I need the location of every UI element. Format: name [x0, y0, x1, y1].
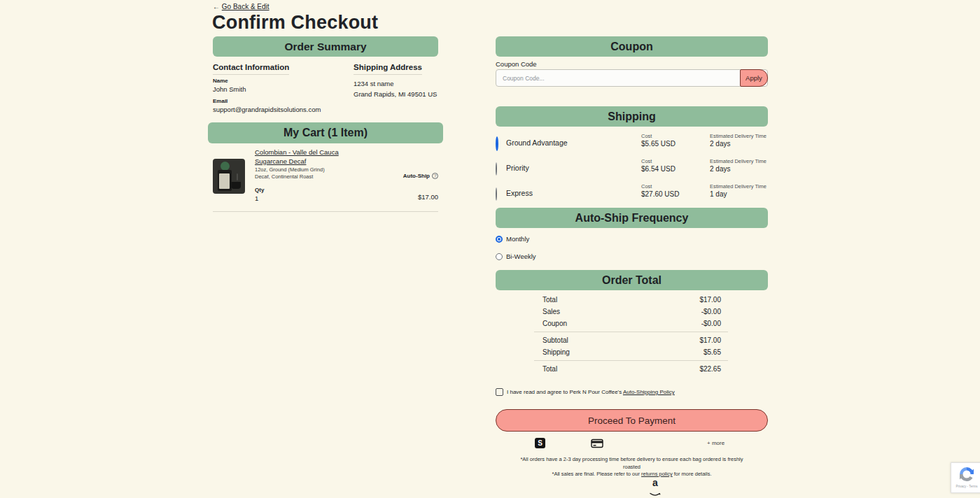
qty-value: 1 — [255, 194, 258, 202]
total-row-label: Sales — [542, 308, 560, 315]
recaptcha-badge[interactable]: Privacy - Terms — [951, 462, 980, 493]
coupon-code-label: Coupon Code — [496, 60, 537, 68]
total-row: Subtotal $17.00 — [534, 334, 728, 346]
edt-label: Estimated Delivery Time — [710, 183, 766, 190]
shipping-radio-ground-advantage[interactable] — [496, 136, 498, 151]
total-row-value: $17.00 — [699, 296, 721, 304]
cost-value: $27.60 USD — [641, 190, 679, 198]
product-title-line1: Colombian - Valle del Cauca — [255, 148, 353, 157]
coffee-steam-shape — [237, 173, 238, 180]
coffee-cup-shape — [231, 182, 241, 189]
shipping-radio-priority[interactable] — [496, 162, 497, 176]
apply-coupon-button[interactable]: Apply — [740, 69, 768, 87]
email-label: Email — [213, 98, 227, 104]
frequency-option-name: Monthly — [506, 235, 529, 243]
shipping-address-heading: Shipping Address — [354, 63, 422, 75]
autoship-frequency-header: Auto-Ship Frequency — [496, 208, 768, 228]
edt-value: 1 day — [710, 190, 727, 198]
order-total-table: Total $17.00 Sales -$0.00 Coupon -$0.00 … — [534, 294, 728, 375]
frequency-option-row: Monthly — [496, 235, 529, 243]
returns-policy-link[interactable]: returns policy — [641, 471, 673, 477]
processing-note-line2: roasted — [623, 464, 640, 470]
shipping-option-name: Ground Advantage — [506, 138, 568, 147]
coupon-header: Coupon — [496, 36, 768, 57]
checkout-page: Go Back & Edit Confirm Checkout Order Su… — [0, 0, 980, 498]
total-row-value: $17.00 — [699, 336, 721, 344]
cart-divider — [213, 211, 438, 212]
product-option-grind: 12oz, Ground (Medium Grind) — [255, 166, 325, 173]
cost-label: Cost — [641, 133, 652, 139]
amazon-icon: a — [650, 478, 661, 498]
shipping-option-row: Priority Cost $6.54 USD Estimated Delive… — [496, 157, 768, 176]
order-total-header: Order Total — [496, 270, 768, 290]
coupon-code-input[interactable] — [496, 69, 768, 87]
edt-value: 2 days — [710, 165, 730, 173]
sales-note-after: for more details. — [673, 471, 712, 477]
shipping-radio-express[interactable] — [496, 187, 497, 201]
sales-note-before: *All sales are final. Please refer to ou… — [552, 471, 641, 477]
address-line1: 1234 st name — [354, 80, 394, 87]
cost-value: $6.54 USD — [641, 165, 676, 173]
product-title-line2: Sugarcane Decaf — [255, 157, 353, 166]
total-row-label: Shipping — [542, 348, 570, 356]
more-payment-methods-label: + more — [707, 440, 724, 446]
total-row: Shipping $5.65 — [534, 346, 728, 358]
name-label: Name — [213, 78, 228, 84]
cost-label: Cost — [641, 183, 652, 190]
back-arrow-icon — [213, 3, 222, 10]
total-row: Coupon -$0.00 — [534, 318, 728, 329]
credit-card-icon — [591, 439, 603, 448]
processing-note-line1: *All orders have a 2-3 day processing ti… — [520, 456, 743, 462]
page-title: Confirm Checkout — [212, 12, 378, 34]
cost-value: $5.65 USD — [641, 140, 676, 148]
go-back-link[interactable]: Go Back & Edit — [213, 3, 270, 10]
address-line2: Grand Rapids, MI 49501 US — [354, 90, 437, 98]
item-price: $17.00 — [418, 193, 438, 201]
stripe-icon — [535, 438, 545, 448]
agreement-checkbox[interactable] — [496, 388, 503, 396]
total-row-label: Subtotal — [542, 336, 568, 344]
shipping-option-name: Priority — [506, 164, 529, 172]
autoshipping-policy-link[interactable]: Auto-Shipping Policy — [623, 389, 675, 395]
frequency-option-row: Bi-Weekly — [496, 252, 536, 260]
agreement-row: I have read and agree to Perk N Pour Cof… — [496, 388, 675, 396]
total-row: Total $22.65 — [534, 363, 728, 375]
product-title-link[interactable]: Colombian - Valle del Cauca Sugarcane De… — [255, 148, 353, 166]
total-row-label: Total — [542, 296, 557, 304]
total-row-value: $22.65 — [699, 365, 721, 373]
total-row-label: Total — [542, 365, 557, 373]
total-row: Sales -$0.00 — [534, 306, 728, 318]
go-back-label: Go Back & Edit — [222, 3, 270, 10]
qty-label: Qty — [255, 187, 264, 193]
processing-time-note: *All orders have a 2-3 day processing ti… — [496, 456, 768, 471]
email-value: support@grandrapidsitsolutions.com — [213, 106, 321, 113]
agreement-text-before: I have read and agree to Perk N Pour Cof… — [507, 389, 623, 395]
product-image — [213, 159, 245, 194]
edt-label: Estimated Delivery Time — [710, 133, 766, 139]
shipping-header: Shipping — [496, 106, 768, 127]
frequency-radio-biweekly[interactable] — [496, 253, 503, 260]
order-summary-header: Order Summary — [213, 36, 438, 57]
cost-label: Cost — [641, 158, 652, 164]
name-value: John Smith — [213, 85, 246, 93]
product-option-roast: Decaf, Continental Roast — [255, 173, 313, 180]
total-row-value: $5.65 — [704, 348, 721, 356]
autoship-label: Auto-Ship — [403, 173, 430, 179]
amazon-smile-glyph — [650, 492, 661, 497]
recaptcha-icon — [958, 465, 976, 483]
recaptcha-privacy-terms[interactable]: Privacy - Terms — [956, 485, 978, 488]
total-row-value: -$0.00 — [701, 308, 721, 315]
edt-value: 2 days — [710, 140, 730, 148]
total-row-label: Coupon — [542, 320, 567, 327]
proceed-to-payment-button[interactable]: Proceed To Payment — [496, 409, 768, 432]
sales-final-note: *All sales are final. Please refer to ou… — [496, 471, 768, 478]
shipping-option-row: Express Cost $27.60 USD Estimated Delive… — [496, 182, 768, 201]
total-row-value: -$0.00 — [701, 320, 721, 327]
shipping-option-row: Ground Advantage Cost $5.65 USD Estimate… — [496, 131, 768, 151]
edt-label: Estimated Delivery Time — [710, 158, 766, 164]
frequency-radio-monthly[interactable] — [496, 236, 503, 243]
shipping-option-name: Express — [506, 189, 533, 197]
autoship-help-icon[interactable] — [432, 173, 438, 179]
amazon-a-glyph: a — [650, 478, 661, 488]
my-cart-header: My Cart (1 Item) — [208, 122, 443, 143]
